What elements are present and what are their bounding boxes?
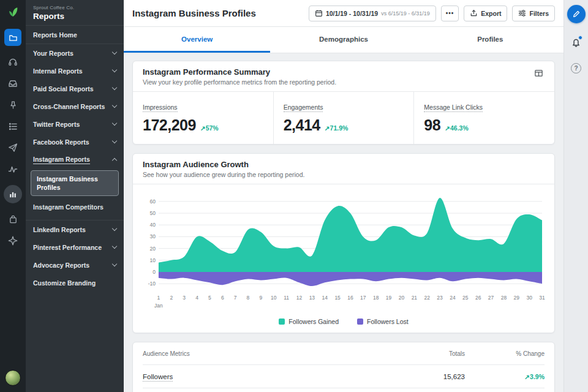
svg-text:2: 2 <box>170 295 173 301</box>
tab-overview[interactable]: Overview <box>124 27 270 53</box>
chevron-down-icon <box>112 138 117 143</box>
svg-text:9: 9 <box>260 295 263 301</box>
row-change: ↗3.9% <box>524 373 545 380</box>
legend-label: Followers Gained <box>288 318 339 325</box>
pencil-icon <box>572 10 581 18</box>
legend-followers-gained[interactable]: Followers Gained <box>279 318 339 325</box>
tab-demographics[interactable]: Demographics <box>270 27 417 53</box>
chevron-down-icon <box>112 67 117 72</box>
svg-text:4: 4 <box>195 295 198 301</box>
svg-text:24: 24 <box>450 295 456 301</box>
metric-label[interactable]: Message Link Clicks <box>424 104 483 112</box>
tab-profiles[interactable]: Profiles <box>417 27 564 53</box>
date-range-button[interactable]: 10/1/19 - 10/31/19 vs 6/15/19 - 6/31/19 <box>309 6 436 21</box>
compose-button[interactable] <box>567 5 586 23</box>
pulse-analytics-icon[interactable] <box>7 164 18 175</box>
sidebar-item-pinterest-performance[interactable]: Pinterest Performance <box>26 238 124 256</box>
metric-delta: ↗71.9% <box>325 124 349 132</box>
audience-metrics-table: Audience Metrics Totals % Change Followe… <box>132 342 555 392</box>
trend-up-icon: ↗ <box>325 124 330 132</box>
more-options-button[interactable]: ••• <box>441 6 459 21</box>
sidebar-item-label: Paid Social Reports <box>33 85 94 92</box>
metric-value: 172,209 <box>143 116 196 134</box>
row-total: 15,623 <box>361 373 465 380</box>
user-avatar[interactable] <box>5 370 21 386</box>
legend-swatch-lost <box>357 318 363 325</box>
sidebar-item-facebook-reports[interactable]: Facebook Reports <box>26 133 124 151</box>
feeds-list-icon[interactable] <box>7 121 18 132</box>
metric-label[interactable]: Impressions <box>143 104 178 112</box>
reports-bar-chart-icon[interactable] <box>4 185 22 203</box>
chart-area: 6050403020100-10123456789101112131415161… <box>133 184 554 314</box>
svg-text:8: 8 <box>247 295 250 301</box>
report-tabs: Overview Demographics Profiles <box>124 27 564 53</box>
audience-growth-card: Instagram Audience Growth See how your a… <box>132 153 555 333</box>
main-content: Instagram Business Profiles 10/1/19 - 10… <box>124 0 564 392</box>
publish-paper-plane-icon[interactable] <box>7 142 18 153</box>
sidebar-header: Sprout Coffee Co. Reports <box>26 0 124 25</box>
filters-button[interactable]: Filters <box>512 6 555 21</box>
svg-text:3: 3 <box>183 295 186 301</box>
trend-up-icon: ↗ <box>524 373 530 380</box>
inbox-icon[interactable] <box>7 78 18 89</box>
shop-bag-icon[interactable] <box>7 214 18 225</box>
sidebar-title: Reports <box>33 12 116 21</box>
notification-dot <box>578 36 582 40</box>
legend-swatch-gained <box>279 318 285 325</box>
metric-impressions: Impressions 172,209 ↗57% <box>133 92 273 144</box>
sidebar-item-cross-channel-reports[interactable]: Cross-Channel Reports <box>26 97 124 115</box>
sidebar-item-paid-social-reports[interactable]: Paid Social Reports <box>26 80 124 97</box>
sidebar-item-advocacy-reports[interactable]: Advocacy Reports <box>26 256 124 274</box>
audience-growth-chart[interactable]: 6050403020100-10123456789101112131415161… <box>140 189 547 312</box>
calendar-icon <box>315 9 323 17</box>
headset-icon[interactable] <box>7 56 18 67</box>
svg-text:0: 0 <box>153 269 156 275</box>
svg-text:12: 12 <box>296 295 303 301</box>
sidebar-item-customize-branding[interactable]: Customize Branding <box>26 274 124 292</box>
sidebar-item-instagram-business-profiles[interactable]: Instagram Business Profiles <box>31 170 119 196</box>
report-content: Instagram Performance Summary View your … <box>124 53 564 392</box>
sidebar-item-label: Customize Branding <box>33 279 96 287</box>
export-button[interactable]: Export <box>464 6 507 21</box>
sidebar-item-twitter-reports[interactable]: Twitter Reports <box>26 115 124 133</box>
reports-sidebar: Sprout Coffee Co. Reports Reports Home Y… <box>26 0 124 392</box>
sidebar-item-label: LinkedIn Reports <box>33 226 86 233</box>
svg-text:30: 30 <box>150 233 156 239</box>
svg-text:6: 6 <box>221 295 224 301</box>
svg-text:25: 25 <box>462 295 469 301</box>
date-range-label: 10/1/19 - 10/31/19 <box>326 10 378 17</box>
sidebar-item-your-reports[interactable]: Your Reports <box>26 44 124 62</box>
sidebar-item-internal-reports[interactable]: Internal Reports <box>26 62 124 80</box>
table-row: Followers 15,623 ↗3.9% <box>143 364 545 388</box>
svg-text:21: 21 <box>412 295 418 301</box>
reports-section-tile[interactable] <box>4 29 21 46</box>
metric-label[interactable]: Engagements <box>284 104 323 112</box>
sidebar-item-label: Reports Home <box>33 31 77 39</box>
pin-icon[interactable] <box>7 99 18 110</box>
table-header: % Change <box>465 350 545 357</box>
table-row: Net Follower Growth 587 ↗37.8% <box>143 388 545 392</box>
sidebar-item-instagram-reports[interactable]: Instagram Reports <box>26 151 124 168</box>
svg-text:10: 10 <box>271 295 277 301</box>
sidebar-item-label: Cross-Channel Reports <box>33 103 105 110</box>
row-label[interactable]: Followers <box>143 373 173 382</box>
svg-text:27: 27 <box>488 295 494 301</box>
legend-followers-lost[interactable]: Followers Lost <box>357 318 409 325</box>
sidebar-item-label: Instagram Business Profiles <box>37 175 98 191</box>
table-view-icon[interactable] <box>533 67 545 81</box>
svg-text:11: 11 <box>284 295 289 301</box>
chevron-down-icon <box>112 226 117 231</box>
svg-text:1: 1 <box>157 295 160 301</box>
card-title: Instagram Audience Growth <box>143 160 545 169</box>
compare-range-label: vs 6/15/19 - 6/31/19 <box>381 10 430 17</box>
sidebar-item-instagram-competitors[interactable]: Instagram Competitors <box>26 198 124 216</box>
metric-value: 2,414 <box>284 116 320 134</box>
help-button[interactable]: ? <box>571 63 581 74</box>
notifications-button[interactable] <box>571 37 581 50</box>
sidebar-item-reports-home[interactable]: Reports Home <box>26 26 124 43</box>
sidebar-item-linkedin-reports[interactable]: LinkedIn Reports <box>26 221 124 238</box>
sparkle-icon[interactable] <box>7 235 18 246</box>
card-subtitle: View your key profile performance metric… <box>143 78 533 86</box>
metrics-row: Impressions 172,209 ↗57% Engagements 2,4… <box>133 91 554 144</box>
header-controls: 10/1/19 - 10/31/19 vs 6/15/19 - 6/31/19 … <box>309 6 555 21</box>
